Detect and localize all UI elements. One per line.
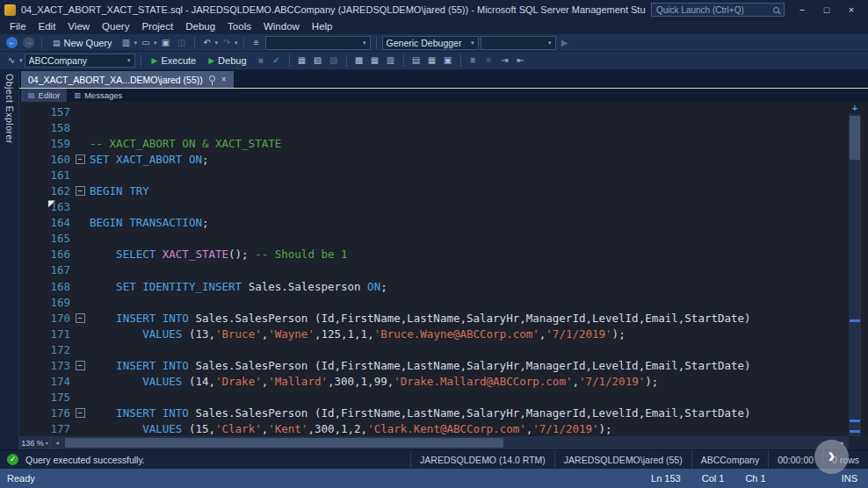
- new-query-button[interactable]: ▤New Query: [47, 35, 118, 51]
- tab-messages[interactable]: ▥Messages: [67, 89, 129, 102]
- code-line[interactable]: 177 VALUES (15,'Clark','Kent',300,1,2,'C…: [30, 421, 868, 436]
- uncomment-icon[interactable]: ≡: [482, 54, 496, 68]
- results-to-grid-icon[interactable]: ▦: [425, 54, 439, 68]
- close-button[interactable]: ×: [839, 1, 864, 18]
- menu-file[interactable]: File: [4, 19, 33, 34]
- comment-icon[interactable]: ≡: [467, 54, 481, 68]
- chevron-down-icon[interactable]: ▾: [127, 57, 131, 64]
- horizontal-scrollbar[interactable]: ◂ ▸: [51, 436, 849, 449]
- find-icon[interactable]: ≡: [250, 36, 264, 50]
- menu-tools[interactable]: Tools: [221, 19, 257, 34]
- code-line[interactable]: 166 SELECT XACT_STATE(); -- Should be 1: [30, 247, 868, 262]
- menu-project[interactable]: Project: [135, 19, 179, 34]
- code-line[interactable]: 174 VALUES (14,'Drake','Mallard',300,1,9…: [30, 374, 868, 390]
- scrollbar-thumb[interactable]: [850, 116, 860, 160]
- chevron-down-icon[interactable]: ▾: [363, 39, 366, 47]
- live-query-stats-icon[interactable]: ▧: [311, 54, 325, 68]
- code-line[interactable]: 163: [30, 199, 868, 215]
- chevron-down-icon[interactable]: ▾: [235, 39, 238, 47]
- database-combo-value: ABCCompany: [29, 55, 127, 66]
- code-line[interactable]: 167: [30, 262, 868, 278]
- debugger-combo[interactable]: Generic Debugger▾: [382, 36, 479, 50]
- collapse-toggle-icon[interactable]: −: [76, 408, 85, 418]
- code-line[interactable]: 171 VALUES (13,'Bruce','Wayne',125,1,1,'…: [30, 326, 868, 341]
- chevron-down-icon[interactable]: ▾: [154, 39, 157, 47]
- results-to-text-icon[interactable]: ▤: [409, 54, 423, 68]
- chevron-down-icon[interactable]: ▾: [134, 39, 138, 47]
- menu-debug[interactable]: Debug: [179, 19, 221, 34]
- code-line[interactable]: 168 SET IDENTITY_INSERT Sales.Salesperso…: [30, 278, 868, 294]
- scroll-left-icon[interactable]: ◂: [51, 436, 63, 449]
- document-tab[interactable]: 04_XACT_ABORT_XA...DEMO\jared (55)) ×: [21, 71, 234, 88]
- video-next-overlay-button[interactable]: ›: [814, 440, 849, 474]
- object-explorer-tab[interactable]: Object Explorer: [0, 70, 19, 449]
- redo-icon[interactable]: ↷: [220, 36, 234, 50]
- code-line[interactable]: 173− INSERT INTO Sales.SalesPerson (Id,F…: [30, 358, 868, 374]
- code-line[interactable]: 157: [30, 104, 868, 119]
- query-options-icon[interactable]: ▨: [327, 54, 341, 68]
- chevron-down-icon[interactable]: ▾: [471, 39, 474, 47]
- stop-icon[interactable]: ■: [254, 54, 268, 68]
- save-all-icon[interactable]: ◫: [175, 36, 189, 50]
- save-icon[interactable]: ▣: [159, 36, 173, 50]
- collapse-toggle-icon[interactable]: −: [76, 313, 85, 323]
- code-line[interactable]: 176− INSERT INTO Sales.SalesPerson (Id,F…: [30, 405, 868, 421]
- intellisense-icon[interactable]: ▩: [352, 54, 366, 68]
- connect-icon[interactable]: ∿: [4, 54, 18, 68]
- parse-icon[interactable]: ✓: [270, 54, 284, 68]
- new-query-button-label: New Query: [64, 38, 112, 48]
- outdent-icon[interactable]: ⇤: [514, 54, 528, 68]
- scrollbar-thumb[interactable]: [65, 438, 503, 448]
- chevron-down-icon[interactable]: ▾: [19, 57, 23, 64]
- chevron-down-icon[interactable]: ▾: [548, 39, 552, 47]
- collapse-toggle-icon[interactable]: −: [76, 186, 85, 196]
- code-line[interactable]: 165: [30, 231, 868, 247]
- code-line[interactable]: 158: [30, 119, 868, 135]
- attach-process-icon[interactable]: ▶: [558, 36, 572, 50]
- execute-button[interactable]: ▶Execute: [147, 53, 202, 68]
- debug-type-combo[interactable]: ▾: [481, 36, 556, 50]
- menu-query[interactable]: Query: [96, 19, 135, 34]
- menu-window[interactable]: Window: [257, 19, 306, 34]
- vertical-scrollbar[interactable]: [849, 114, 861, 436]
- estimated-plan-icon[interactable]: ▦: [295, 54, 309, 68]
- client-stats-icon[interactable]: ▥: [384, 54, 398, 68]
- close-icon[interactable]: ×: [221, 75, 227, 84]
- code-line[interactable]: 175: [30, 390, 868, 405]
- indent-icon[interactable]: ⇥: [498, 54, 512, 68]
- restore-button[interactable]: □: [814, 1, 839, 18]
- code-line[interactable]: 169: [30, 294, 868, 310]
- tab-editor[interactable]: ▤Editor: [21, 89, 67, 102]
- navigate-backward-icon[interactable]: ←: [6, 37, 18, 48]
- navigate-forward-icon[interactable]: →: [23, 37, 34, 48]
- pin-icon[interactable]: [209, 75, 215, 82]
- collapse-toggle-icon[interactable]: −: [76, 361, 85, 370]
- code-line[interactable]: 162−BEGIN TRY: [30, 183, 868, 198]
- minimize-button[interactable]: −: [790, 1, 814, 18]
- collapse-toggle-icon[interactable]: −: [76, 154, 85, 164]
- scrollbar-annotation: [850, 420, 860, 422]
- splitter-handle-icon[interactable]: +: [849, 103, 861, 113]
- code-line[interactable]: 160−SET XACT_ABORT ON;: [30, 151, 868, 167]
- menu-edit[interactable]: Edit: [33, 19, 62, 34]
- open-file-icon[interactable]: ▭: [139, 36, 153, 50]
- search-combo[interactable]: ▾: [265, 36, 371, 50]
- new-file-icon[interactable]: ▥: [119, 36, 134, 50]
- actual-plan-icon[interactable]: ▦: [368, 54, 382, 68]
- code-line[interactable]: 170− INSERT INTO Sales.SalesPerson (Id,F…: [30, 310, 868, 326]
- code-line[interactable]: 161: [30, 167, 868, 183]
- debug-button[interactable]: ▶Debug: [203, 53, 251, 68]
- menu-view[interactable]: View: [61, 19, 96, 34]
- chevron-down-icon[interactable]: ▾: [215, 39, 219, 47]
- code-line[interactable]: 172: [30, 341, 868, 357]
- database-combo[interactable]: ABCCompany▾: [25, 54, 135, 68]
- code-line[interactable]: 159-- XACT_ABORT ON & XACT_STATE: [30, 135, 868, 151]
- code-editor[interactable]: 157158159-- XACT_ABORT ON & XACT_STATE16…: [19, 102, 868, 436]
- code-line[interactable]: 164BEGIN TRANSACTION;: [30, 215, 868, 231]
- undo-icon[interactable]: ↶: [200, 36, 214, 50]
- line-number: 172: [30, 343, 70, 356]
- zoom-control[interactable]: 136 % ▾: [19, 436, 51, 449]
- results-to-file-icon[interactable]: ▣: [441, 54, 455, 68]
- menu-help[interactable]: Help: [306, 19, 339, 34]
- quick-launch-input[interactable]: Quick Launch (Ctrl+Q): [651, 3, 785, 17]
